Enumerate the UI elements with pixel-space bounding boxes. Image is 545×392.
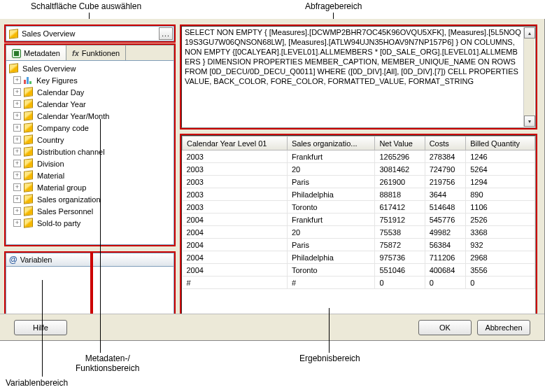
table-cell: 88818 <box>375 188 425 201</box>
mdx-query-textarea[interactable]: SELECT NON EMPTY { [Measures].[DCWMP2BHR… <box>181 26 536 128</box>
tree-item[interactable]: +Company code <box>9 122 174 134</box>
tree-item[interactable]: +Key Figures <box>9 74 174 86</box>
table-row[interactable]: 20032030814627247905264 <box>183 163 535 176</box>
tree-item-label: Calendar Year <box>36 100 86 108</box>
column-header[interactable]: Costs <box>425 136 466 150</box>
variables-header[interactable]: @ Variablen <box>6 253 174 267</box>
tree-item[interactable]: +Calendar Year <box>9 98 174 110</box>
table-row[interactable]: 2004Toronto5510464006843556 <box>183 264 535 276</box>
expand-icon[interactable]: + <box>13 148 21 155</box>
tree-item[interactable]: +Sales Personnel <box>9 205 174 217</box>
scroll-down-button[interactable]: ▾ <box>524 115 535 127</box>
table-cell: 219756 <box>425 176 466 188</box>
expand-icon[interactable]: + <box>13 183 21 191</box>
callout-query-area: Abfragebereich <box>305 1 362 11</box>
table-cell: Paris <box>287 239 374 251</box>
tree-item[interactable]: +Division <box>9 158 174 169</box>
table-row[interactable]: 2003Frankfurt12652962783841246 <box>183 150 535 163</box>
table-row[interactable]: 20042075538499823368 <box>183 226 535 239</box>
table-cell: 20 <box>287 226 374 239</box>
cube-selector[interactable]: Sales Overview ... <box>6 26 174 41</box>
tree-item[interactable]: +Material <box>9 169 174 181</box>
tree-item[interactable]: +Calendar Year/Month <box>9 110 174 122</box>
expand-icon[interactable]: + <box>13 160 21 167</box>
ok-button[interactable]: OK <box>418 320 472 335</box>
callout-line <box>100 119 101 353</box>
column-header[interactable]: Net Value <box>375 136 425 150</box>
variables-header-label: Variablen <box>20 255 52 264</box>
table-cell: 2003 <box>183 201 288 214</box>
tab-functions-label: Funktionen <box>82 49 120 57</box>
expand-icon[interactable]: + <box>13 219 21 227</box>
cube-icon <box>24 134 33 144</box>
tree-root-node[interactable]: Sales Overview <box>9 62 174 74</box>
variables-body[interactable] <box>6 267 174 314</box>
expand-icon[interactable]: + <box>13 112 21 120</box>
tree-item[interactable]: +Distribution channel <box>9 146 174 158</box>
table-cell: 2004 <box>183 214 288 226</box>
cube-icon <box>24 122 33 132</box>
table-cell: 2003 <box>183 176 288 188</box>
query-scrollbar[interactable]: ▴ ▾ <box>523 27 535 127</box>
callout-result-area: Ergebnisbereich <box>299 354 360 363</box>
results-panel[interactable]: Calendar Year Level 01Sales organizatio.… <box>181 135 536 314</box>
table-row[interactable]: 2004Philadelphia9757367112062968 <box>183 251 535 264</box>
table-cell: 3556 <box>466 264 535 276</box>
table-cell: 2968 <box>466 251 535 264</box>
tree-item[interactable]: +Calendar Day <box>9 86 174 98</box>
table-row[interactable]: 2004Paris7587256384932 <box>183 239 535 251</box>
help-button[interactable]: Hilfe <box>14 320 67 335</box>
expand-icon[interactable]: + <box>13 88 21 96</box>
expand-icon[interactable]: + <box>13 172 21 179</box>
cube-browse-button[interactable]: ... <box>159 27 173 40</box>
table-cell: 2004 <box>183 226 288 239</box>
cancel-button[interactable]: Abbrechen <box>477 320 530 335</box>
expand-icon[interactable]: + <box>13 195 21 203</box>
table-row[interactable]: 2004Frankfurt7519125457762526 <box>183 214 535 226</box>
tree-root-container: Sales Overview +Key Figures+Calendar Day… <box>6 61 174 229</box>
key-figures-icon <box>24 76 32 84</box>
tree-item-label: Distribution channel <box>36 148 105 156</box>
table-cell: 2003 <box>183 163 288 176</box>
expand-icon[interactable]: + <box>13 207 21 215</box>
table-cell: Paris <box>287 176 374 188</box>
table-cell: 932 <box>466 239 535 251</box>
table-cell: 2526 <box>466 214 535 226</box>
tree-item-label: Material group <box>36 183 86 192</box>
results-table: Calendar Year Level 01Sales organizatio.… <box>182 136 535 289</box>
tree-item-label: Sales Personnel <box>36 207 93 216</box>
mdx-query-text: SELECT NON EMPTY { [Measures].[DCWMP2BHR… <box>183 27 523 126</box>
cube-icon <box>24 111 33 120</box>
table-cell: 5264 <box>466 163 535 176</box>
cube-icon <box>24 182 33 192</box>
table-row[interactable]: 2003Paris2619002197561294 <box>183 176 535 188</box>
column-header[interactable]: Sales organizatio... <box>287 136 374 150</box>
tab-metadata[interactable]: Metadaten <box>6 46 66 61</box>
column-header[interactable]: Calendar Year Level 01 <box>183 136 288 150</box>
table-row[interactable]: 2003Toronto6174125146481106 <box>183 201 535 214</box>
scroll-up-button[interactable]: ▴ <box>524 27 535 38</box>
cube-icon <box>9 63 18 73</box>
expand-icon[interactable]: + <box>13 100 21 108</box>
table-cell: 3081462 <box>375 163 425 176</box>
metadata-tree[interactable]: Sales Overview +Key Figures+Calendar Day… <box>6 60 174 245</box>
tab-functions[interactable]: fx Funktionen <box>66 46 126 61</box>
tree-item[interactable]: +Country <box>9 134 174 146</box>
table-cell: 551046 <box>375 264 425 276</box>
table-cell: Philadelphia <box>287 251 374 264</box>
tree-item[interactable]: +Sales organization <box>9 193 174 205</box>
tree-item[interactable]: +Material group <box>9 181 174 193</box>
table-cell: 2004 <box>183 239 288 251</box>
cube-icon <box>24 206 33 216</box>
tree-item[interactable]: +Sold-to party <box>9 217 174 229</box>
column-header[interactable]: Billed Quantity <box>466 136 535 150</box>
table-row[interactable]: ##000 <box>183 276 535 289</box>
results-header-row: Calendar Year Level 01Sales organizatio.… <box>183 136 535 150</box>
expand-icon[interactable]: + <box>13 76 21 84</box>
table-cell: 0 <box>466 276 535 289</box>
table-row[interactable]: 2003Philadelphia888183644890 <box>183 188 535 201</box>
expand-icon[interactable]: + <box>13 136 21 144</box>
table-cell: 2004 <box>183 264 288 276</box>
expand-icon[interactable]: + <box>13 124 21 132</box>
tree-children: +Key Figures+Calendar Day+Calendar Year+… <box>9 74 174 229</box>
